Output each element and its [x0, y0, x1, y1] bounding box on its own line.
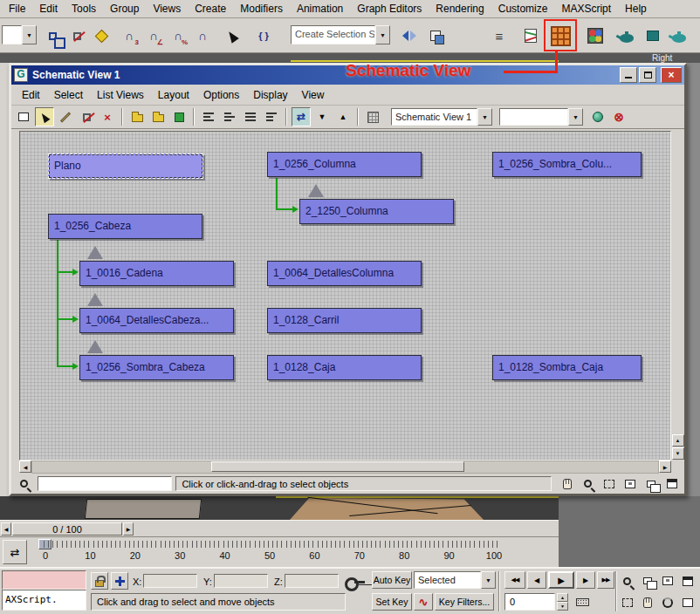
scroll-left-icon[interactable]: ◀ — [19, 460, 31, 473]
menu-animation[interactable]: Animation — [290, 0, 350, 17]
spinner-snap-button[interactable]: ∩ — [190, 23, 215, 49]
references-mode-button[interactable] — [148, 107, 168, 126]
schematic-menu-view[interactable]: View — [295, 86, 332, 104]
mirror-button[interactable] — [397, 23, 422, 49]
align-button[interactable] — [423, 23, 448, 49]
schematic-menu-layout[interactable]: Layout — [151, 86, 196, 104]
schematic-menu-list-views[interactable]: List Views — [90, 86, 151, 104]
arrange-selected-button[interactable] — [220, 107, 239, 126]
zoom-extents-all-button[interactable] — [678, 571, 697, 590]
horizontal-scrollbar[interactable]: ◀ ▶ — [19, 460, 684, 474]
menu-graph-editors[interactable]: Graph Editors — [350, 0, 429, 17]
pan-button[interactable] — [638, 593, 656, 612]
schematic-node[interactable]: 1_0256_Sombra_Cabeza — [79, 355, 234, 380]
unshrink-selected-button[interactable]: ▲ — [333, 107, 353, 126]
z-coordinate-field[interactable] — [285, 574, 339, 588]
menu-views[interactable]: Views — [146, 0, 188, 17]
macro-recorder-field[interactable] — [2, 570, 86, 590]
curve-editor-button[interactable] — [518, 23, 543, 49]
key-filters-button[interactable]: Key Filters... — [435, 593, 494, 611]
time-slider-row[interactable]: ◀ 0 / 100 ▶ — [0, 520, 559, 536]
menu-group[interactable]: Group — [103, 0, 146, 17]
min-max-toggle-button[interactable] — [678, 593, 697, 612]
free-all-button[interactable] — [241, 107, 260, 126]
material-editor-button[interactable] — [583, 23, 607, 49]
minimize-button[interactable] — [620, 67, 637, 83]
connect-button[interactable] — [56, 107, 75, 126]
render-type-button[interactable] — [641, 23, 665, 49]
named-selection-sets-button[interactable]: { } — [251, 23, 276, 49]
schematic-node[interactable]: 1_0256_Sombra_Colu... — [492, 152, 642, 177]
zoom-extents-selected-button[interactable] — [642, 476, 660, 492]
pan-button[interactable] — [559, 476, 576, 492]
selection-lock-button[interactable] — [91, 572, 108, 590]
play-button[interactable]: ▶ — [548, 571, 574, 589]
schematic-node[interactable]: 1_0256_Columna — [267, 152, 422, 177]
x-coordinate-field[interactable] — [143, 574, 197, 588]
layer-manager-button[interactable]: ≡ — [487, 23, 511, 49]
chevron-down-icon[interactable]: ▼ — [568, 108, 583, 126]
schematic-canvas[interactable]: Plano1_0256_Columna1_0256_Sombra_Colu...… — [19, 131, 671, 460]
render-scene-button[interactable] — [614, 23, 639, 49]
zoom-extents-button[interactable] — [658, 571, 676, 590]
bind-to-spacewarp-button[interactable] — [89, 23, 113, 49]
frame-spinner-down[interactable]: ▼ — [557, 602, 568, 611]
menu-customize[interactable]: Customize — [491, 0, 555, 17]
menu-modifiers[interactable]: Modifiers — [233, 0, 290, 17]
chevron-down-icon[interactable]: ▼ — [375, 25, 390, 44]
open-mini-trackbar-button[interactable]: ⇄ — [3, 540, 27, 564]
maximize-button[interactable] — [639, 67, 656, 83]
set-key-mode-button[interactable]: Set Key — [372, 593, 412, 611]
display-floater-button[interactable] — [14, 107, 33, 126]
menu-maxscript[interactable]: MAXScript — [554, 0, 618, 17]
hscroll-thumb[interactable] — [211, 461, 464, 472]
find-button[interactable] — [15, 475, 34, 493]
arrange-children-button[interactable] — [199, 107, 218, 126]
schematic-node[interactable]: 1_0128_Carril — [267, 308, 422, 333]
bookmark-combo[interactable]: ▼ — [499, 108, 583, 126]
vertical-scrollbar[interactable]: ▲ ▼ — [671, 129, 684, 460]
zoom-region-button[interactable] — [618, 593, 636, 612]
auto-key-button[interactable]: Auto Key — [372, 571, 412, 589]
frame-spinner-up[interactable]: ▲ — [557, 593, 568, 602]
schematic-menu-edit[interactable]: Edit — [15, 86, 47, 104]
schematic-node[interactable]: 1_0016_Cadena — [79, 261, 234, 286]
menu-tools[interactable]: Tools — [65, 0, 103, 17]
hierarchy-mode-button[interactable] — [127, 107, 147, 126]
percent-snap-button[interactable]: ∩% — [166, 23, 190, 49]
unlink-selected-button[interactable] — [77, 107, 96, 126]
unlink-selection-button[interactable] — [65, 23, 89, 49]
zoom-region-button[interactable] — [600, 476, 618, 492]
chevron-down-icon[interactable]: ▼ — [22, 25, 37, 44]
schematic-menu-options[interactable]: Options — [196, 86, 246, 104]
set-keys-button[interactable] — [342, 572, 368, 591]
maxscript-mini-listener[interactable]: AXScript. — [2, 590, 86, 611]
preferences-button[interactable] — [363, 107, 382, 126]
keyboard-shortcut-override-toggle[interactable] — [573, 593, 592, 611]
menu-rendering[interactable]: Rendering — [429, 0, 491, 17]
menu-file[interactable]: File — [2, 0, 32, 17]
select-tool-button[interactable] — [35, 107, 54, 126]
close-button[interactable]: × — [661, 67, 682, 83]
create-selection-set-combo[interactable]: Create Selection Set ▼ — [291, 25, 390, 44]
delete-objects-button[interactable]: × — [98, 107, 117, 126]
previous-frame-arrow[interactable]: ◀ — [1, 522, 11, 536]
menu-edit[interactable]: Edit — [32, 0, 65, 17]
bookmark-add-button[interactable] — [588, 107, 607, 126]
search-input[interactable] — [38, 476, 172, 491]
previous-frame-button[interactable]: ◀ — [527, 571, 546, 589]
chevron-down-icon[interactable]: ▼ — [481, 571, 496, 589]
shrink-selected-button[interactable]: ▼ — [312, 107, 332, 126]
scroll-down-icon[interactable]: ▼ — [672, 447, 684, 460]
menu-help[interactable]: Help — [618, 0, 654, 17]
select-and-link-button[interactable] — [40, 23, 65, 49]
schematic-node[interactable]: 1_0128_Sombra_Caja — [492, 355, 642, 380]
zoom-button[interactable] — [580, 476, 597, 492]
free-selected-button[interactable] — [262, 107, 281, 126]
absolute-offset-toggle[interactable] — [111, 572, 128, 590]
schematic-node[interactable]: 2_1250_Columna — [299, 199, 454, 224]
chevron-down-icon[interactable]: ▼ — [477, 108, 492, 126]
next-frame-arrow[interactable]: ▶ — [123, 522, 134, 536]
schematic-node[interactable]: 1_0256_Cabeza — [48, 214, 202, 239]
schematic-node[interactable]: 1_0064_DetallesCabeza... — [79, 308, 234, 333]
